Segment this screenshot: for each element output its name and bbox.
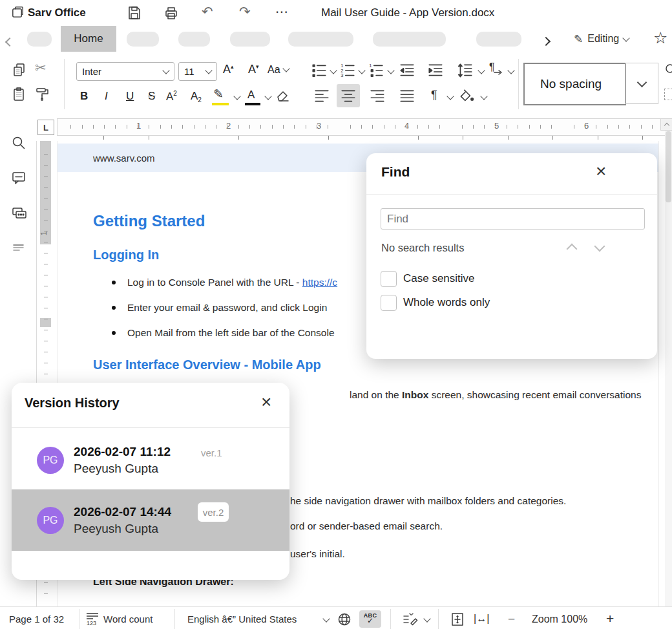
scrollbar-up-button[interactable]	[660, 118, 672, 131]
search-icon[interactable]	[11, 135, 26, 151]
highlight-color-button[interactable]: ✎	[213, 87, 224, 102]
copy-button[interactable]	[12, 62, 27, 78]
globe-icon[interactable]	[337, 612, 352, 627]
tab-placeholder[interactable]	[27, 32, 52, 47]
tab-placeholder[interactable]	[127, 32, 159, 47]
version-history-close-button[interactable]: ×	[261, 392, 271, 412]
change-case-button[interactable]: Aa	[268, 64, 289, 76]
version-badge: ver.2	[198, 502, 229, 522]
clipped-search-icon[interactable]	[664, 63, 672, 77]
shading-bucket-button[interactable]	[457, 87, 476, 104]
find-input[interactable]	[381, 208, 645, 230]
chevron-down-icon[interactable]	[478, 67, 485, 74]
paragraph-style-gallery[interactable]: No spacing	[523, 63, 626, 105]
font-color-button[interactable]: A	[247, 89, 255, 102]
more-actions-button[interactable]: ⋯	[275, 4, 288, 19]
numbered-list-button[interactable]: 123	[339, 62, 356, 79]
tab-placeholder[interactable]	[288, 32, 353, 47]
underline-button[interactable]: U	[126, 90, 134, 103]
align-left-button[interactable]	[313, 87, 330, 104]
bullet-list-button[interactable]	[311, 62, 328, 79]
page-indicator[interactable]: Page 1 of 32	[9, 614, 64, 625]
increase-indent-button[interactable]	[427, 62, 444, 79]
italic-button[interactable]: I	[105, 90, 108, 103]
clipped-select-icon[interactable]	[664, 89, 672, 100]
chevron-down-icon[interactable]	[507, 67, 514, 74]
align-right-button[interactable]	[369, 87, 386, 104]
scrollbar-thumb[interactable]	[666, 131, 671, 202]
case-sensitive-checkbox[interactable]	[381, 271, 397, 287]
tabs-scroll-left-button[interactable]	[6, 36, 13, 48]
app-name: Sarv Office	[28, 6, 86, 19]
whole-words-label: Whole words only	[403, 296, 490, 309]
chevron-down-icon[interactable]	[480, 92, 487, 100]
spellcheck-button[interactable]: ABC ✓	[359, 610, 381, 628]
whole-words-checkbox[interactable]	[381, 295, 397, 311]
format-painter-button[interactable]	[35, 87, 50, 102]
tabs-scroll-right-button[interactable]	[543, 36, 549, 47]
save-button[interactable]	[127, 5, 142, 21]
font-size-select[interactable]: 11	[178, 62, 217, 81]
fit-width-button[interactable]: |↔|	[474, 613, 489, 625]
ruler-corner[interactable]: L	[37, 120, 54, 135]
comment-icon[interactable]	[11, 170, 26, 186]
zoom-level[interactable]: Zoom 100%	[532, 614, 587, 625]
tab-placeholder[interactable]	[230, 32, 270, 47]
superscript-button[interactable]: A2	[166, 90, 177, 103]
style-gallery-expand-button[interactable]	[625, 63, 658, 104]
increase-font-size-button[interactable]: A▴	[223, 63, 234, 76]
cut-button[interactable]: ✂	[35, 60, 47, 76]
align-center-button[interactable]	[337, 84, 360, 107]
chevron-down-icon[interactable]	[423, 615, 430, 622]
header-url: www.sarv.com	[93, 153, 155, 164]
chevron-down-icon[interactable]	[358, 67, 365, 74]
tab-home[interactable]: Home	[61, 26, 116, 52]
find-next-button[interactable]	[596, 241, 604, 253]
zoom-out-button[interactable]: −	[508, 612, 515, 626]
chevron-down-icon[interactable]	[233, 92, 240, 100]
formatting-marks-button[interactable]: ¶	[431, 89, 437, 102]
chevron-down-icon	[636, 77, 647, 87]
bold-button[interactable]: B	[80, 90, 88, 103]
chevron-down-icon[interactable]	[387, 67, 394, 74]
line-spacing-button[interactable]	[457, 62, 474, 79]
tab-placeholder[interactable]	[178, 32, 210, 47]
vertical-scrollbar[interactable]	[665, 130, 672, 606]
chevron-down-icon[interactable]	[264, 92, 271, 100]
editing-mode-dropdown[interactable]: ✎ Editing	[574, 31, 629, 47]
strikethrough-button[interactable]: S	[148, 90, 155, 103]
tab-placeholder[interactable]	[476, 32, 521, 47]
favorite-star-button[interactable]: ☆	[653, 28, 667, 47]
decrease-font-size-button[interactable]: A▾	[248, 63, 259, 76]
chevron-down-icon[interactable]	[446, 92, 454, 100]
paste-button[interactable]	[12, 87, 27, 102]
version-entry-selected[interactable]: PG 2026-02-07 14:44 ver.2 Peeyush Gupta	[12, 489, 289, 551]
redo-button[interactable]: ↷	[239, 4, 251, 19]
find-dialog-close-button[interactable]: ×	[596, 161, 606, 182]
ruler-number: 5	[494, 121, 499, 131]
find-previous-button[interactable]	[568, 244, 576, 255]
word-count-button[interactable]: Word count	[103, 614, 152, 625]
print-button[interactable]	[163, 5, 179, 21]
bullet-dot	[112, 331, 116, 335]
fit-page-button[interactable]	[450, 612, 465, 627]
chat-review-icon[interactable]	[11, 206, 28, 222]
language-selector[interactable]: English â€” United States	[187, 614, 297, 625]
svg-text:1: 1	[369, 63, 372, 69]
zoom-in-button[interactable]: +	[606, 611, 614, 626]
version-entry[interactable]: PG 2026-02-07 11:12 ver.1 Peeyush Gupta	[12, 428, 289, 489]
multilevel-list-button[interactable]: 1	[368, 62, 384, 79]
console-url-link[interactable]: https://c	[302, 277, 337, 288]
paragraph-direction-button[interactable]: ¶	[489, 61, 495, 73]
decrease-indent-button[interactable]	[399, 62, 415, 79]
outline-headings-icon[interactable]	[11, 241, 26, 256]
track-changes-icon[interactable]	[402, 612, 419, 627]
title-bar: Sarv Office ↶ ↷ ⋯ Mail User Guide - App …	[0, 0, 672, 26]
justify-button[interactable]	[399, 87, 415, 104]
clear-formatting-button[interactable]	[275, 88, 291, 103]
undo-button[interactable]: ↶	[202, 4, 213, 19]
chevron-down-icon[interactable]	[330, 67, 337, 74]
font-name-select[interactable]: Inter	[76, 62, 174, 81]
subscript-button[interactable]: A2	[191, 90, 202, 103]
tab-placeholder[interactable]	[373, 32, 446, 47]
